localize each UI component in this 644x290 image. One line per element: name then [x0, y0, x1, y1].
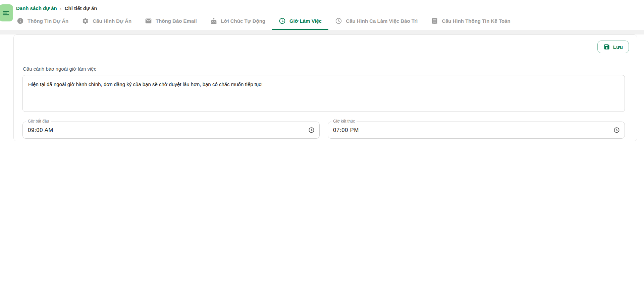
- page-background-strip: [0, 30, 644, 34]
- tab-label: Cấu Hình Ca Làm Việc Bảo Trì: [346, 18, 418, 24]
- tab-loi-chuc-tu-dong[interactable]: Lời Chúc Tự Động: [204, 12, 272, 30]
- gear-icon: [82, 17, 89, 24]
- tab-label: Giờ Làm Việc: [289, 18, 322, 24]
- start-time-field[interactable]: Giờ bắt đầu: [22, 122, 320, 139]
- tab-gio-lam-viec[interactable]: Giờ Làm Việc: [272, 12, 328, 30]
- hamburger-menu-icon: [2, 9, 10, 17]
- breadcrumb: Danh sách dự án › Chi tiết dự án: [0, 0, 644, 12]
- tab-cau-hinh-du-an[interactable]: Cấu Hình Dự Án: [75, 12, 138, 30]
- tab-cau-hinh-thong-tin-ke-toan[interactable]: Cấu Hình Thông Tin Kế Toán: [424, 12, 517, 30]
- start-time-label: Giờ bắt đầu: [26, 119, 51, 124]
- breadcrumb-separator-icon: ›: [60, 6, 62, 11]
- tab-thong-tin-du-an[interactable]: Thông Tin Dự Án: [10, 12, 75, 30]
- clock-icon: [308, 127, 315, 133]
- envelope-icon: [145, 17, 152, 24]
- end-time-label: Giờ kết thúc: [331, 119, 357, 124]
- tab-cau-hinh-ca-lam-viec-bao-tri[interactable]: Cấu Hình Ca Làm Việc Bảo Trì: [328, 12, 424, 30]
- page-header: Danh sách dự án › Chi tiết dự án Thông T…: [0, 0, 644, 30]
- save-icon: [603, 44, 610, 50]
- panel-content: Câu cảnh báo ngoài giờ làm việc Hiện tại…: [14, 59, 637, 139]
- clock-icon: [279, 17, 286, 24]
- receipt-icon: [431, 17, 438, 24]
- breadcrumb-link-project-list[interactable]: Danh sách dự án: [16, 5, 57, 11]
- project-detail-tabs: Thông Tin Dự Án Cấu Hình Dự Án Thông Báo…: [10, 12, 644, 30]
- panel-toolbar: Lưu: [14, 35, 637, 59]
- start-time-input[interactable]: [28, 127, 305, 133]
- tab-label: Cấu Hình Thông Tin Kế Toán: [442, 18, 510, 24]
- breadcrumb-current: Chi tiết dự án: [65, 5, 97, 11]
- save-button[interactable]: Lưu: [597, 41, 629, 53]
- time-fields-row: Giờ bắt đầu Giờ kết thúc: [22, 122, 625, 139]
- clock-icon: [335, 17, 342, 24]
- warning-message-textarea[interactable]: Hiện tại đã ngoài giờ hành chính, đơn đă…: [22, 75, 625, 112]
- end-time-input[interactable]: [333, 127, 610, 133]
- start-time-picker-button[interactable]: [307, 126, 315, 134]
- tab-label: Lời Chúc Tự Động: [221, 18, 265, 24]
- save-button-label: Lưu: [613, 44, 623, 50]
- tab-label: Cấu Hình Dự Án: [93, 18, 131, 24]
- tab-thong-bao-email[interactable]: Thông Báo Email: [138, 12, 204, 30]
- tab-label: Thông Tin Dự Án: [28, 18, 68, 24]
- end-time-field[interactable]: Giờ kết thúc: [328, 122, 625, 139]
- end-time-picker-button[interactable]: [612, 126, 621, 134]
- cake-icon: [210, 17, 217, 24]
- warning-message-label: Câu cảnh báo ngoài giờ làm việc: [23, 66, 625, 72]
- sidebar-menu-button[interactable]: [0, 4, 13, 21]
- working-hours-panel: Lưu Câu cảnh báo ngoài giờ làm việc Hiện…: [13, 34, 637, 141]
- tab-label: Thông Báo Email: [156, 18, 197, 24]
- info-icon: [17, 17, 24, 24]
- clock-icon: [613, 127, 620, 133]
